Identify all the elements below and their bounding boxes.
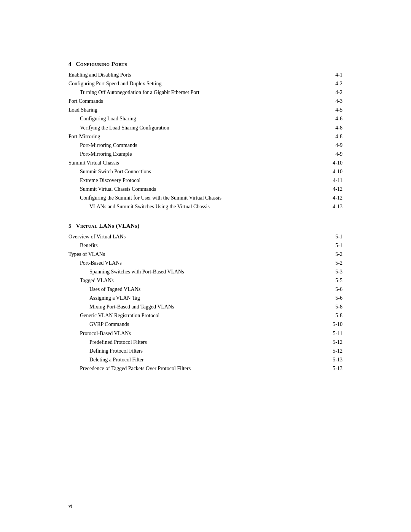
toc-line: Summit Switch Port Connections4-10 (68, 167, 342, 176)
toc-line: Overview of Virtual LANs5-1 (68, 232, 342, 241)
toc-entry-text: Types of VLANs (68, 250, 332, 259)
toc-entry-page: 5-6 (335, 285, 342, 294)
toc-entry-text: Verifying the Load Sharing Configuration (80, 123, 332, 132)
toc-entry-page: 4-8 (335, 123, 342, 132)
toc-entry-page: 4-9 (335, 150, 342, 158)
toc-line: Tagged VLANs5-5 (68, 276, 342, 285)
toc-entry-text: Tagged VLANs (80, 276, 332, 285)
chapter4-heading: 4 Configuring Ports (68, 61, 342, 67)
footer-page-label: vi (68, 503, 72, 509)
toc-entry-text: Assigning a VLAN Tag (89, 294, 332, 302)
toc-entry-page: 4-11 (333, 176, 342, 185)
toc-entry-text: Uses of Tagged VLANs (89, 285, 332, 294)
toc-entry-page: 5-11 (333, 329, 342, 338)
toc-entry-page: 5-1 (335, 241, 342, 250)
toc-entry-page: 4-8 (335, 132, 342, 141)
toc-line: Port-Mirroring4-8 (68, 132, 342, 141)
toc-entry-page: 5-6 (335, 294, 342, 302)
toc-entry-text: Precedence of Tagged Packets Over Protoc… (80, 364, 330, 373)
toc-line: Summit Virtual Chassis4-10 (68, 158, 342, 167)
toc-entry-page: 5-13 (333, 355, 342, 364)
toc-line: Predefined Protocol Filters5-12 (68, 338, 342, 347)
toc-entry-text: Port-Mirroring (68, 132, 332, 141)
chapter5-number: 5 (68, 223, 72, 229)
chapter5-section: 5 Virtual LANs (VLANs) Overview of Virtu… (68, 223, 342, 373)
toc-entry-text: Configuring Port Speed and Duplex Settin… (68, 79, 332, 88)
toc-entry-page: 5-3 (335, 267, 342, 276)
toc-entry-text: Overview of Virtual LANs (68, 232, 332, 241)
toc-entry-text: VLANs and Summit Switches Using the Virt… (89, 202, 330, 211)
toc-entry-page: 5-2 (335, 259, 342, 267)
toc-entry-text: Benefits (80, 241, 332, 250)
toc-line: Uses of Tagged VLANs5-6 (68, 285, 342, 294)
toc-entry-page: 4-12 (333, 193, 342, 202)
toc-entry-text: Configuring the Summit for User with the… (80, 193, 330, 202)
toc-line: Configuring Load Sharing4-6 (68, 114, 342, 123)
toc-entry-page: 4-1 (335, 70, 342, 79)
toc-entry-page: 4-2 (335, 88, 342, 97)
toc-entry-text: Port-Mirroring Commands (80, 141, 332, 150)
toc-entry-page: 5-10 (333, 320, 342, 329)
toc-entry-text: Extreme Discovery Protocol (80, 176, 330, 185)
toc-entry-text: Summit Virtual Chassis Commands (80, 185, 330, 193)
toc-entry-page: 4-10 (333, 167, 342, 176)
chapter5-heading: 5 Virtual LANs (VLANs) (68, 223, 342, 229)
toc-entry-text: Configuring Load Sharing (80, 114, 332, 123)
toc-entry-page: 5-8 (335, 311, 342, 320)
toc-entry-page: 5-13 (333, 364, 342, 373)
toc-line: Load Sharing4-5 (68, 105, 342, 114)
chapter4-title: Configuring Ports (76, 61, 127, 67)
toc-entry-text: Load Sharing (68, 105, 332, 114)
toc-line: Precedence of Tagged Packets Over Protoc… (68, 364, 342, 373)
toc-entry-page: 5-2 (335, 250, 342, 259)
toc-line: Generic VLAN Registration Protocol5-8 (68, 311, 342, 320)
toc-entry-text: Predefined Protocol Filters (89, 338, 330, 347)
toc-entry-text: Generic VLAN Registration Protocol (80, 311, 332, 320)
toc-line: Port-Mirroring Example4-9 (68, 150, 342, 158)
toc-entry-page: 4-5 (335, 105, 342, 114)
toc-line: Protocol-Based VLANs5-11 (68, 329, 342, 338)
toc-line: Port-Based VLANs5-2 (68, 259, 342, 267)
chapter5-title: Virtual LANs (VLANs) (76, 223, 140, 229)
page-footer: vi (68, 503, 72, 509)
toc-entry-text: Turning Off Autonegotiation for a Gigabi… (80, 88, 332, 97)
toc-entry-text: Protocol-Based VLANs (80, 329, 330, 338)
toc-line: Benefits5-1 (68, 241, 342, 250)
toc-line: Spanning Switches with Port-Based VLANs5… (68, 267, 342, 276)
toc-entry-page: 4-10 (333, 158, 342, 167)
chapter4-section: 4 Configuring Ports Enabling and Disabli… (68, 61, 342, 211)
page: 4 Configuring Ports Enabling and Disabli… (0, 0, 411, 532)
toc-entry-page: 4-12 (333, 185, 342, 193)
toc-line: Mixing Port-Based and Tagged VLANs5-8 (68, 302, 342, 311)
toc-line: Assigning a VLAN Tag5-6 (68, 294, 342, 302)
toc-line: Turning Off Autonegotiation for a Gigabi… (68, 88, 342, 97)
toc-line: GVRP Commands5-10 (68, 320, 342, 329)
toc-line: Extreme Discovery Protocol4-11 (68, 176, 342, 185)
toc-entry-text: Port-Based VLANs (80, 259, 332, 267)
toc-line: Defining Protocol Filters5-12 (68, 347, 342, 355)
toc-line: Enabling and Disabling Ports4-1 (68, 70, 342, 79)
toc-entry-text: Mixing Port-Based and Tagged VLANs (89, 302, 332, 311)
toc-line: Deleting a Protocol Filter5-13 (68, 355, 342, 364)
chapter5-entries: Overview of Virtual LANs5-1Benefits5-1Ty… (68, 232, 342, 373)
toc-entry-page: 5-12 (333, 347, 342, 355)
toc-line: Port Commands4-3 (68, 97, 342, 105)
toc-entry-page: 4-9 (335, 141, 342, 150)
toc-entry-text: Port Commands (68, 97, 332, 105)
toc-line: Types of VLANs5-2 (68, 250, 342, 259)
toc-line: Configuring Port Speed and Duplex Settin… (68, 79, 342, 88)
toc-line: Summit Virtual Chassis Commands4-12 (68, 185, 342, 193)
toc-entry-page: 5-12 (333, 338, 342, 347)
toc-entry-page: 4-6 (335, 114, 342, 123)
toc-entry-text: Summit Switch Port Connections (80, 167, 330, 176)
toc-entry-page: 4-13 (333, 202, 342, 211)
chapter4-entries: Enabling and Disabling Ports4-1Configuri… (68, 70, 342, 211)
toc-entry-text: Defining Protocol Filters (89, 347, 330, 355)
toc-entry-text: Summit Virtual Chassis (68, 158, 330, 167)
toc-entry-page: 4-3 (335, 97, 342, 105)
toc-line: VLANs and Summit Switches Using the Virt… (68, 202, 342, 211)
toc-entry-text: Enabling and Disabling Ports (68, 70, 332, 79)
toc-line: Configuring the Summit for User with the… (68, 193, 342, 202)
toc-entry-text: Port-Mirroring Example (80, 150, 332, 158)
toc-line: Verifying the Load Sharing Configuration… (68, 123, 342, 132)
